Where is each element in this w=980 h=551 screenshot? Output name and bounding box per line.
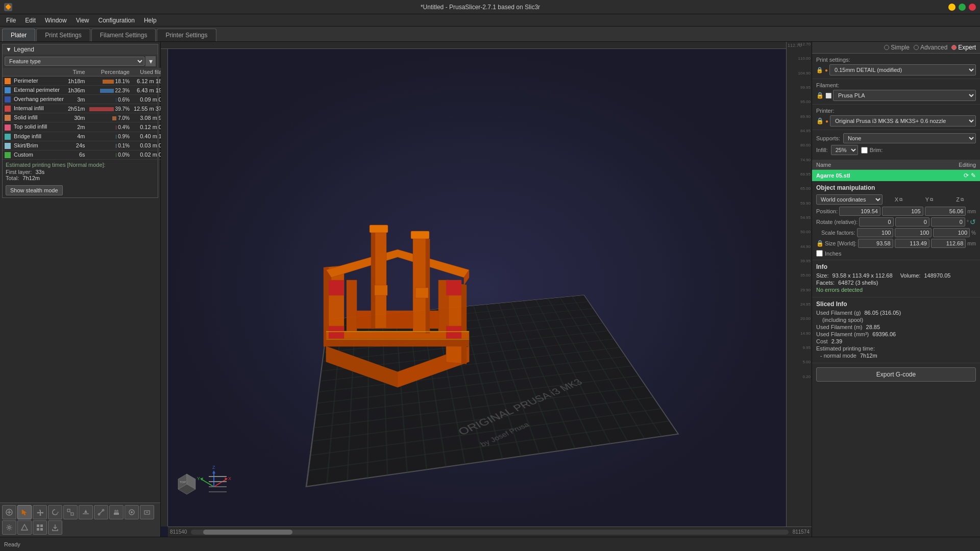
legend-expand-btn[interactable]: ▾ (145, 56, 156, 66)
cost-row: Cost 2.39 (816, 338, 976, 344)
y-header: Y ⧉ (915, 196, 944, 203)
tab-printer-settings[interactable]: Printer Settings (157, 29, 216, 41)
feature-type-select[interactable]: Feature type (5, 57, 144, 66)
position-z-input[interactable] (925, 207, 966, 216)
stealth-mode-btn[interactable]: Show stealth mode (6, 185, 63, 195)
brim-checkbox-label[interactable]: Brim: (861, 147, 883, 154)
feature-bar (100, 89, 113, 93)
menu-window[interactable]: Window (41, 16, 71, 25)
brim-checkbox[interactable] (861, 147, 868, 154)
x-copy-icon[interactable]: ⧉ (899, 197, 902, 203)
tab-filament-settings[interactable]: Filament Settings (91, 29, 156, 41)
layer-view-btn[interactable] (204, 469, 232, 498)
tool-paint-support[interactable] (109, 505, 124, 519)
filament-select[interactable]: Prusa PLA (833, 90, 976, 101)
infill-select[interactable]: 25% (831, 145, 858, 155)
menu-file[interactable]: File (2, 16, 20, 25)
first-layer-row: First layer: 33s (6, 169, 155, 175)
mode-simple[interactable]: Simple (884, 44, 910, 51)
print-times-section: Estimated printing times [Normal mode]: … (3, 160, 158, 183)
first-layer-value: 33s (35, 169, 44, 175)
rotate-y-input[interactable] (895, 217, 929, 227)
legend-row: Bridge infill 4m 0.9% 0.40 m 1.21 g (3, 132, 176, 141)
object-edit-btn[interactable]: ✎ (971, 172, 976, 179)
feature-color-swatch (5, 106, 11, 112)
supports-select[interactable]: None (843, 133, 976, 143)
tool-arrange[interactable] (33, 520, 47, 535)
position-x-input[interactable] (839, 207, 880, 216)
tool-paint-seam[interactable] (125, 505, 139, 519)
feature-color-swatch (5, 96, 11, 103)
y-copy-icon[interactable]: ⧉ (930, 197, 933, 203)
tab-plater[interactable]: Plater (2, 29, 35, 41)
minimize-btn[interactable] (948, 4, 955, 11)
horizontal-scrollbar[interactable]: 811540 811574 (168, 527, 812, 537)
filament-row: 🔒 ⬜ Prusa PLA (816, 90, 976, 101)
size-z-input[interactable] (931, 239, 966, 248)
size-lock-icon[interactable]: 🔒 (816, 240, 824, 247)
scale-x-input[interactable] (857, 228, 894, 237)
tab-print-settings[interactable]: Print Settings (36, 29, 90, 41)
nav-cube-wrapper[interactable]: TOP (173, 469, 201, 498)
right-panel: Simple Advanced Expert Print settings: 🔒… (812, 42, 980, 537)
menu-configuration[interactable]: Configuration (94, 16, 139, 25)
legend-panel: ▼ Legend Feature type ▾ Time Percentage … (2, 44, 158, 198)
legend-header[interactable]: ▼ Legend (3, 44, 158, 55)
print-settings-select[interactable]: 0.15mm DETAIL (modified) (829, 64, 976, 76)
feature-bar (116, 98, 116, 102)
feature-bar (112, 116, 116, 120)
size-y-input[interactable] (895, 239, 929, 248)
feature-time-cell: 3m (66, 95, 87, 104)
rotate-x-input[interactable] (859, 217, 893, 227)
print-time-mode: - normal mode (816, 353, 856, 359)
legend-row: Internal infill 2h51m 39.7% 12.55 m 37.4… (3, 104, 176, 113)
close-btn[interactable] (969, 4, 976, 11)
mode-advanced[interactable]: Advanced (914, 44, 947, 51)
maximize-btn[interactable] (959, 4, 966, 11)
inches-checkbox[interactable] (816, 250, 823, 257)
coord-system-select[interactable]: World coordinates Local coordinates (816, 194, 883, 205)
menu-view[interactable]: View (72, 16, 93, 25)
export-gcode-btn[interactable]: Export G-code (816, 367, 976, 382)
tool-cut[interactable] (94, 505, 108, 519)
rotate-reset-btn[interactable]: ↺ (970, 218, 976, 226)
filament-icon: 🔒 (816, 92, 824, 99)
tool-export[interactable] (48, 520, 62, 535)
nav-cube-svg[interactable]: TOP (173, 469, 201, 497)
scale-y-input[interactable] (895, 228, 932, 237)
position-y-input[interactable] (882, 207, 923, 216)
feature-pct-cell: 39.7% (87, 104, 132, 113)
printer-select[interactable]: Original Prusa i3 MK3S & MK3S+ 0.6 nozzl… (830, 115, 976, 127)
tool-settings[interactable] (2, 520, 16, 535)
viewport[interactable]: 112.70110.00104.9099.9595.0089.9084.9580… (161, 42, 812, 537)
layer-view-svg[interactable] (204, 469, 232, 497)
mode-expert[interactable]: Expert (951, 44, 976, 51)
errors-value: No errors detected (816, 287, 863, 293)
ruler-mark: 50.00 (800, 230, 812, 234)
supports-label: Supports: (816, 135, 840, 141)
scale-z-input[interactable] (933, 228, 970, 237)
scene-area[interactable]: ORIGINAL PRUSA i3 MK3 by Josef Prusa (168, 49, 786, 527)
menu-edit[interactable]: Edit (21, 16, 40, 25)
tool-sla-hollow[interactable] (17, 520, 32, 535)
menu-help[interactable]: Help (140, 16, 161, 25)
filament-g-note-row: (including spool) (816, 317, 976, 323)
filament-g-value: 86.05 (316.05) (864, 310, 901, 316)
feature-name-cell: Solid infill (3, 113, 66, 122)
tool-scale[interactable] (63, 505, 78, 519)
tool-add[interactable] (2, 505, 16, 519)
rotate-z-input[interactable] (931, 217, 965, 227)
tool-emboss[interactable] (140, 505, 154, 519)
scroll-track[interactable] (191, 530, 788, 535)
object-list-item[interactable]: Agarre 05.stl ⟳ ✎ (812, 170, 980, 181)
tool-rotate[interactable] (48, 505, 62, 519)
tool-move[interactable] (33, 505, 47, 519)
z-copy-icon[interactable]: ⧉ (961, 197, 964, 203)
tool-flatten[interactable] (79, 505, 93, 519)
object-reload-btn[interactable]: ⟳ (964, 172, 969, 179)
tool-select[interactable] (17, 505, 32, 519)
mode-expert-label: Expert (958, 44, 976, 51)
legend-controls: Feature type ▾ (3, 55, 158, 68)
size-x-input[interactable] (858, 239, 893, 248)
scroll-thumb[interactable] (203, 530, 293, 535)
